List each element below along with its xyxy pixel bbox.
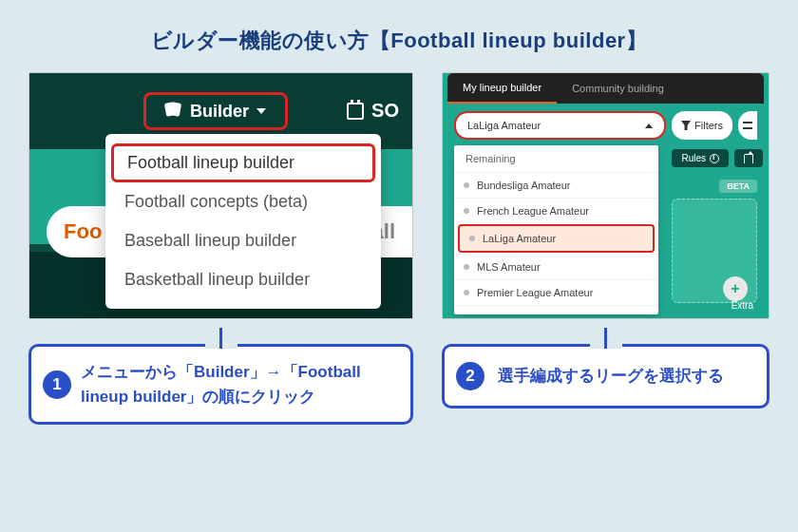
filters-button[interactable]: Filters [672,111,732,140]
caret-up-icon [645,124,653,128]
callout-text-1: メニューから「Builder」→「Football lineup builder… [81,360,395,408]
beta-badge: BETA [719,180,757,193]
callout-tail [590,326,622,349]
builder-label: Builder [190,102,249,122]
step-number-1: 1 [43,370,71,399]
callout-tail [205,326,238,349]
callout-step-1: 1 メニューから「Builder」→「Football lineup build… [28,344,413,425]
callout-text-2: 選手編成するリーグを選択する [498,364,724,389]
league-item-french[interactable]: French League Amateur [454,198,658,223]
league-item-mls[interactable]: MLS Amateur [454,254,658,279]
league-item-bundesliga[interactable]: Bundesliga Amateur [454,172,658,198]
tab-community[interactable]: Community building [557,73,679,104]
screenshot-league-select: My lineup builder Community building LaL… [442,72,770,319]
so-label: SO [371,100,399,122]
rules-button[interactable]: Rules [672,149,729,167]
tab-bar: My lineup builder Community building [447,73,764,104]
tab-my-lineup[interactable]: My lineup builder [447,73,557,104]
panel-step-2: My lineup builder Community building LaL… [442,72,770,425]
funnel-icon [681,121,691,130]
callout-step-2: 2 選手編成するリーグを選択する [442,344,770,408]
info-icon [710,154,719,163]
league-list-header: Remaining [454,145,658,172]
league-item-laliga[interactable]: LaLiga Amateur [458,224,655,253]
share-button[interactable] [734,149,763,167]
builder-dropdown-button[interactable]: Builder [143,92,288,130]
page-title: ビルダー機能の使い方【Football lineup builder】 [0,0,798,72]
screenshot-builder-menu: Builder SO Foo tball Football lineup bui… [28,72,413,319]
menu-item-baseball-lineup[interactable]: Baseball lineup builder [105,221,381,260]
league-select[interactable]: LaLiga Amateur [454,111,666,140]
menu-item-football-lineup[interactable]: Football lineup builder [111,143,375,182]
extra-label: Extra [732,300,753,311]
share-icon [744,154,753,163]
add-fab[interactable]: + [723,276,748,301]
league-list: Remaining Bundesliga Amateur French Leag… [454,145,658,314]
settings-button[interactable] [738,111,757,140]
calendar-icon [347,103,364,120]
so-nav-item[interactable]: SO [347,100,399,122]
menu-item-football-concepts[interactable]: Football concepts (beta) [105,182,381,221]
panel-step-1: Builder SO Foo tball Football lineup bui… [28,72,413,425]
builder-dropdown-menu: Football lineup builder Football concept… [105,134,381,309]
filters-label: Filters [694,120,723,131]
cards-icon [165,103,182,120]
caret-down-icon [256,108,266,114]
step-number-2: 2 [456,362,484,390]
league-item-seriea[interactable]: Serie A Amateur [454,305,658,314]
league-select-value: LaLiga Amateur [467,120,541,131]
menu-item-basketball-lineup[interactable]: Basketball lineup builder [105,260,381,299]
league-item-premier[interactable]: Premier League Amateur [454,279,658,305]
sliders-icon [743,121,752,130]
rules-label: Rules [681,153,706,163]
